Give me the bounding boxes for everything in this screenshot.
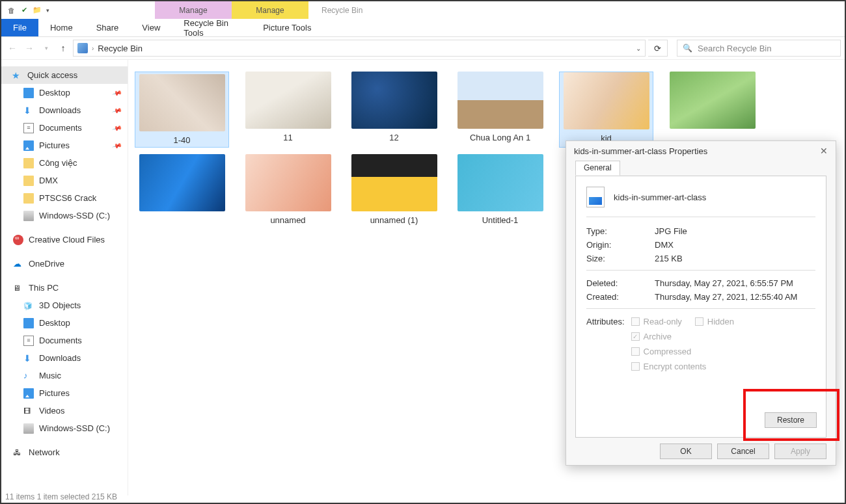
sidebar-desktop[interactable]: Desktop📌 [1,84,128,101]
search-placeholder: Search Recycle Bin [698,44,771,53]
dialog-footer: OK Cancel Apply [566,438,836,465]
tab-recycle-bin-tools[interactable]: Recycle Bin Tools [172,19,249,36]
sidebar-cong-viec[interactable]: Công việc [1,154,128,172]
sidebar-3d-objects[interactable]: 3D Objects [1,297,128,314]
tab-view[interactable]: View [130,19,172,36]
recycle-bin-icon[interactable]: 🗑 [5,5,17,16]
refresh-button[interactable]: ⟳ [648,40,668,57]
qat-dropdown-icon[interactable]: ▾ [44,5,51,16]
checkbox-icon [631,317,640,326]
attr-readonly[interactable]: Read-only [631,317,682,326]
file-item-unnamed-1[interactable]: unnamed (1) [347,154,441,225]
created-value: Thursday, May 27, 2021, 12:55:40 AM [655,292,797,302]
file-item-kids[interactable]: kid [559,72,653,148]
status-bar: 11 items 1 item selected 215 KB [5,492,841,501]
file-item-11[interactable]: 11 [241,72,335,148]
file-item-6[interactable] [665,72,759,148]
file-item-untitled[interactable]: Untitled-1 [453,154,547,225]
download-icon [23,353,34,364]
dialog-tabs: General [575,161,826,176]
attr-compressed[interactable]: Compressed [631,347,815,356]
sidebar-onedrive[interactable]: OneDrive [1,255,128,272]
ok-button[interactable]: OK [660,444,712,459]
music-icon [23,371,34,381]
apply-button[interactable]: Apply [774,444,826,459]
onedrive-icon [13,259,23,269]
chevron-right-icon[interactable]: › [92,45,94,52]
pin-icon: 📌 [112,140,122,151]
thumbnail [245,154,331,211]
sidebar-music[interactable]: Music [1,367,128,384]
sidebar-dmx[interactable]: DMX [1,172,128,189]
sidebar-desktop-2[interactable]: Desktop [1,314,128,332]
pc-icon [13,283,23,293]
thumbnail [457,72,543,129]
folder-icon[interactable]: 📁 [31,5,43,16]
sidebar-network[interactable]: Network [1,444,128,461]
thumbnail [351,154,437,211]
tab-home[interactable]: Home [38,19,85,36]
pin-icon: 📌 [112,105,122,116]
sidebar-pictures[interactable]: Pictures📌 [1,137,128,154]
sidebar-videos[interactable]: Videos [1,402,128,419]
folder-icon [23,176,34,186]
sidebar-downloads[interactable]: Downloads📌 [1,101,128,119]
sidebar-quick-access[interactable]: ★Quick access [1,66,128,84]
thumbnail [564,72,649,129]
file-item-7[interactable] [135,154,229,225]
properties-icon[interactable]: ✔ [18,5,30,16]
type-value: JPG File [655,226,687,236]
forward-button[interactable]: → [22,41,36,55]
thumbnail [245,72,331,129]
sidebar-ptscs6[interactable]: PTSCS6 Crack [1,189,128,207]
contextual-tab-picture: Manage [232,1,308,19]
origin-label: Origin: [586,240,648,250]
drive-icon [23,423,34,434]
recent-dropdown-icon[interactable]: ▾ [39,41,53,55]
navigation-pane: ★Quick access Desktop📌 Downloads📌 Docume… [1,60,128,496]
sidebar-documents[interactable]: Documents📌 [1,119,128,137]
file-item-1-40[interactable]: 1-40 [135,72,229,148]
document-icon [23,123,34,133]
attr-hidden[interactable]: Hidden [695,317,734,326]
attr-encrypt[interactable]: Encrypt contents [631,362,815,371]
tab-general[interactable]: General [575,161,620,176]
checkbox-icon [631,347,640,356]
sidebar-downloads-2[interactable]: Downloads [1,349,128,367]
desktop-icon [23,318,34,328]
file-item-unnamed[interactable]: unnamed [241,154,335,225]
checkbox-icon [631,362,640,371]
sidebar-this-pc[interactable]: This PC [1,279,128,297]
cancel-button[interactable]: Cancel [717,444,769,459]
address-bar[interactable]: › Recycle Bin ⌄ [73,40,646,57]
file-header: kids-in-summer-art-class [586,187,815,217]
file-item-12[interactable]: 12 [347,72,441,148]
address-dropdown-icon[interactable]: ⌄ [636,45,641,52]
attr-archive[interactable]: ✓Archive [631,332,815,341]
search-input[interactable]: 🔍 Search Recycle Bin [677,40,841,57]
annotation-highlight [743,389,839,441]
tab-share[interactable]: Share [85,19,131,36]
file-item-chua-long-an[interactable]: Chua Long An 1 [453,72,547,148]
file-name: kids-in-summer-art-class [614,192,706,202]
thumbnail [139,154,225,211]
pin-icon: 📌 [112,123,122,133]
dialog-title: kids-in-summer-art-class Properties [574,146,707,156]
sidebar-windows-ssd[interactable]: Windows-SSD (C:) [1,207,128,224]
folder-icon [23,158,34,168]
thumbnail [139,74,225,131]
tab-picture-tools[interactable]: Picture Tools [249,19,325,36]
sidebar-creative-cloud[interactable]: Creative Cloud Files [1,231,128,248]
dialog-title-bar[interactable]: kids-in-summer-art-class Properties ✕ [566,141,836,161]
thumbnail [351,72,437,129]
sidebar-pictures-2[interactable]: Pictures [1,384,128,402]
deleted-value: Thursday, May 27, 2021, 6:55:57 PM [655,278,793,288]
sidebar-documents-2[interactable]: Documents [1,332,128,349]
tab-file[interactable]: File [1,19,38,36]
sidebar-windows-ssd-2[interactable]: Windows-SSD (C:) [1,419,128,437]
up-button[interactable]: ↑ [56,41,70,55]
back-button[interactable]: ← [5,41,20,55]
close-icon[interactable]: ✕ [820,146,828,156]
checkbox-icon [695,317,703,326]
title-bar: 🗑 ✔ 📁 ▾ Manage Manage Recycle Bin [1,1,845,19]
